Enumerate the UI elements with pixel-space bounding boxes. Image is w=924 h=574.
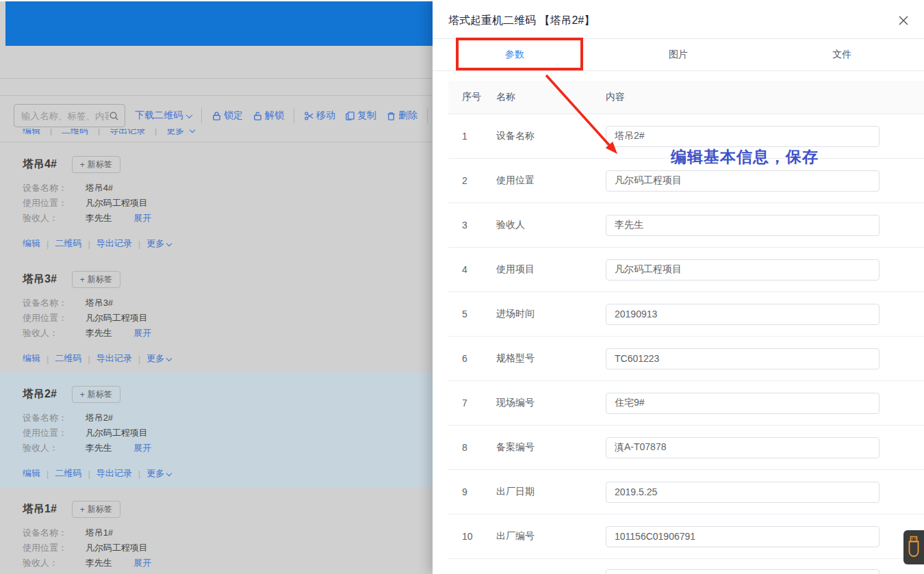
param-name: 使用位置: [496, 174, 606, 187]
add-tag-button[interactable]: + 新标签: [72, 271, 120, 288]
param-value-input[interactable]: [606, 393, 880, 414]
equipment-list-item[interactable]: 塔吊4# + 新标签 设备名称： 塔吊4# 使用位置： 凡尔码工程项目 验收人：: [0, 142, 433, 257]
tab-files[interactable]: 文件: [760, 39, 924, 70]
field-label-location: 使用位置：: [23, 311, 83, 326]
expand-link[interactable]: 展开: [133, 443, 151, 453]
chevron-down-icon: [189, 129, 194, 133]
close-icon[interactable]: [897, 14, 910, 27]
field-label-name: 设备名称：: [23, 410, 83, 426]
search-box[interactable]: [14, 104, 125, 127]
params-table: 序号 名称 内容 1 设备名称 2 使用位置: [448, 81, 924, 574]
param-name: 出厂编号: [496, 530, 606, 543]
delete-button[interactable]: 删除: [386, 109, 418, 122]
param-value-input[interactable]: [606, 304, 880, 325]
plus-icon: +: [80, 505, 85, 514]
plus-icon: +: [80, 390, 85, 400]
header-no: 序号: [448, 91, 496, 103]
param-value-input[interactable]: [606, 170, 880, 192]
param-name: 使用项目: [496, 263, 606, 276]
param-value-input[interactable]: [606, 526, 880, 547]
qrcode-link[interactable]: 二维码: [55, 352, 81, 365]
scissors-icon: [304, 111, 314, 121]
row-number: 2: [448, 175, 496, 186]
row-number: 9: [448, 486, 496, 497]
param-name: 现场编号: [496, 397, 606, 409]
field-value-name: 塔吊1#: [86, 527, 113, 538]
param-value-input[interactable]: [606, 569, 880, 574]
trash-icon: [386, 111, 396, 121]
more-link[interactable]: 更多: [146, 237, 164, 250]
search-input[interactable]: [21, 111, 109, 121]
qr-detail-drawer: 塔式起重机二维码 【塔吊2#】 参数 图片 文件 序号 名称 内容: [433, 0, 924, 574]
qrcode-link[interactable]: 二维码: [55, 237, 81, 250]
table-row: 6 规格型号: [448, 337, 924, 381]
extension-fab-button[interactable]: [903, 530, 924, 564]
param-value-input[interactable]: [606, 259, 880, 281]
lock-icon: [211, 111, 222, 121]
search-icon: [109, 111, 119, 121]
edit-link[interactable]: 编辑: [23, 237, 40, 250]
add-tag-button[interactable]: + 新标签: [72, 501, 120, 518]
field-value-location: 凡尔码工程项目: [86, 313, 148, 323]
field-value-acceptor: 李先生: [86, 558, 112, 568]
tab-params[interactable]: 参数: [433, 39, 596, 70]
field-label-location: 使用位置：: [23, 426, 83, 441]
qrcode-link[interactable]: 二维码: [62, 129, 88, 135]
equipment-title: 塔吊3#: [23, 272, 57, 287]
equipment-list-item[interactable]: 塔吊1# + 新标签 设备名称： 塔吊1# 使用位置： 凡尔码工程项目 验收人：: [0, 487, 433, 574]
field-value-acceptor: 李先生: [86, 328, 112, 338]
expand-link[interactable]: 展开: [133, 328, 151, 338]
chevron-down-icon: [166, 241, 172, 246]
download-qr-button[interactable]: 下载二维码: [135, 109, 192, 122]
field-value-location: 凡尔码工程项目: [86, 543, 148, 553]
add-tag-button[interactable]: + 新标签: [72, 156, 120, 173]
param-value-input[interactable]: [606, 482, 880, 503]
equipment-list-item[interactable]: 塔吊2# + 新标签 设备名称： 塔吊2# 使用位置： 凡尔码工程项目 验收人：: [0, 372, 433, 487]
more-link[interactable]: 更多: [166, 129, 184, 135]
equipment-list: 塔吊4# + 新标签 设备名称： 塔吊4# 使用位置： 凡尔码工程项目 验收人：: [0, 142, 433, 574]
param-name: 出厂日期: [496, 486, 606, 498]
tab-images[interactable]: 图片: [596, 39, 760, 70]
edit-link[interactable]: 编辑: [23, 129, 40, 135]
chevron-down-icon: [166, 471, 172, 476]
field-label-location: 使用位置：: [23, 196, 83, 211]
param-value-input[interactable]: [606, 437, 880, 458]
export-record-link[interactable]: 导出记录: [97, 237, 132, 250]
field-value-location: 凡尔码工程项目: [86, 428, 148, 438]
export-record-link[interactable]: 导出记录: [97, 352, 132, 365]
more-link[interactable]: 更多: [146, 352, 164, 365]
equipment-list-item[interactable]: 塔吊3# + 新标签 设备名称： 塔吊3# 使用位置： 凡尔码工程项目 验收人：: [0, 257, 433, 372]
drawer-tabs: 参数 图片 文件: [433, 39, 924, 71]
param-value-input[interactable]: [606, 215, 880, 236]
chevron-down-icon: [166, 356, 172, 361]
copy-button[interactable]: 复制: [345, 109, 376, 122]
field-value-location: 凡尔码工程项目: [86, 198, 148, 208]
toolbar-separator: [201, 108, 202, 123]
row-number: 10: [448, 531, 496, 542]
param-value-input[interactable]: [606, 348, 880, 369]
export-record-link[interactable]: 导出记录: [110, 129, 145, 135]
param-name: 验收人: [496, 219, 606, 231]
edit-link[interactable]: 编辑: [23, 352, 40, 365]
qrcode-link[interactable]: 二维码: [55, 467, 81, 480]
unlock-icon: [253, 111, 263, 121]
export-record-link[interactable]: 导出记录: [97, 467, 132, 480]
move-button[interactable]: 移动: [304, 109, 335, 122]
field-value-name: 塔吊3#: [86, 298, 113, 308]
param-name: 设备名称: [496, 130, 606, 142]
list-toolbar: 下载二维码 锁定 解锁 移动: [14, 100, 433, 131]
unlock-button[interactable]: 解锁: [253, 109, 284, 122]
add-tag-button[interactable]: + 新标签: [72, 386, 120, 403]
table-row: 8 备案编号: [448, 426, 924, 470]
expand-link[interactable]: 展开: [133, 213, 151, 223]
lock-button[interactable]: 锁定: [211, 109, 243, 122]
app-screen: 下载二维码 锁定 解锁 移动: [0, 0, 924, 574]
param-value-input[interactable]: [606, 126, 880, 147]
expand-link[interactable]: 展开: [133, 558, 151, 568]
table-row: 1 设备名称: [448, 114, 924, 159]
divider: [0, 95, 433, 96]
edit-link[interactable]: 编辑: [23, 467, 40, 480]
divider: [0, 78, 433, 79]
param-name: 备案编号: [496, 441, 606, 454]
more-link[interactable]: 更多: [146, 467, 164, 480]
